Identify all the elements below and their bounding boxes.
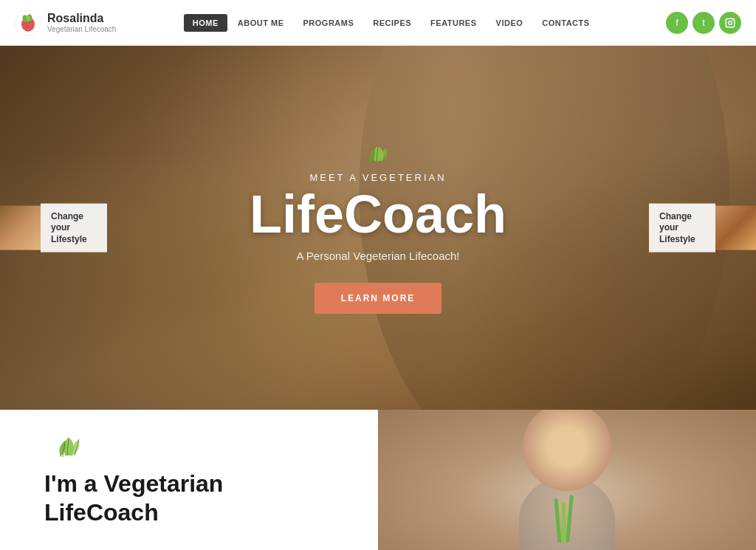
- hero-leaf-decoration: [193, 142, 563, 169]
- right-panel-card: Change your Lifestyle: [649, 203, 715, 252]
- nav-item-contacts[interactable]: CONTACTS: [533, 14, 598, 32]
- bottom-section: I'm a Vegetarian LifeCoach: [0, 410, 756, 550]
- left-panel-text: Change your Lifestyle: [51, 210, 87, 244]
- left-panel-image: [0, 206, 41, 250]
- bottom-right-panel: [378, 410, 756, 550]
- bottom-leaf-svg: [44, 433, 96, 459]
- facebook-button[interactable]: f: [666, 12, 688, 34]
- hero-section: Change your Lifestyle MEET A VEGETERIAN …: [0, 46, 756, 410]
- bottom-right-image: [378, 410, 756, 550]
- left-side-panel: Change your Lifestyle: [0, 203, 107, 252]
- nav-item-recipes[interactable]: RECIPES: [364, 14, 420, 32]
- svg-point-10: [732, 20, 733, 21]
- svg-point-9: [729, 21, 732, 24]
- nav-item-video[interactable]: VIDEO: [487, 14, 532, 32]
- navbar: Rosalinda Vegetarian Lifecoach HOME ABOU…: [0, 0, 756, 46]
- instagram-button[interactable]: [719, 12, 741, 34]
- logo-text: Rosalinda Vegetarian Lifecoach: [47, 12, 116, 33]
- social-icons: f t: [666, 12, 741, 34]
- right-side-panel: Change your Lifestyle: [649, 203, 756, 252]
- logo-tagline: Vegetarian Lifecoach: [47, 25, 116, 33]
- bottom-left-panel: I'm a Vegetarian LifeCoach: [0, 410, 378, 550]
- learn-more-button[interactable]: LEARN MORE: [315, 283, 442, 314]
- bottom-heading: I'm a Vegetarian LifeCoach: [44, 470, 334, 526]
- nav-links: HOME ABOUT ME PROGRAMS RECIPES FEATURES …: [184, 14, 599, 32]
- hero-content: MEET A VEGETERIAN LifeCoach A Personal V…: [193, 142, 563, 314]
- nav-item-about[interactable]: ABOUT ME: [229, 14, 293, 32]
- logo[interactable]: Rosalinda Vegetarian Lifecoach: [15, 10, 116, 36]
- bottom-leaf-decoration: [44, 433, 334, 464]
- hero-description: A Personal Vegeterian Lifecoach!: [193, 250, 563, 262]
- nav-item-features[interactable]: FEATURES: [422, 14, 485, 32]
- bottom-heading-line2: LifeCoach: [44, 499, 159, 526]
- svg-point-7: [27, 25, 28, 27]
- svg-rect-8: [726, 18, 735, 27]
- leaf-svg: [356, 142, 400, 165]
- instagram-icon: [725, 18, 735, 28]
- left-panel-card: Change your Lifestyle: [41, 203, 107, 252]
- logo-icon: [15, 10, 41, 36]
- hero-subtitle: MEET A VEGETERIAN: [193, 172, 563, 183]
- twitter-button[interactable]: t: [693, 12, 715, 34]
- logo-name: Rosalinda: [47, 12, 116, 25]
- hero-title: LifeCoach: [193, 188, 563, 241]
- bottom-heading-line1: I'm a Vegetarian: [44, 470, 223, 497]
- right-panel-image: [715, 206, 756, 250]
- right-panel-text: Change your Lifestyle: [659, 210, 695, 244]
- nav-item-programs[interactable]: PROGRAMS: [295, 14, 363, 32]
- nav-item-home[interactable]: HOME: [184, 14, 227, 32]
